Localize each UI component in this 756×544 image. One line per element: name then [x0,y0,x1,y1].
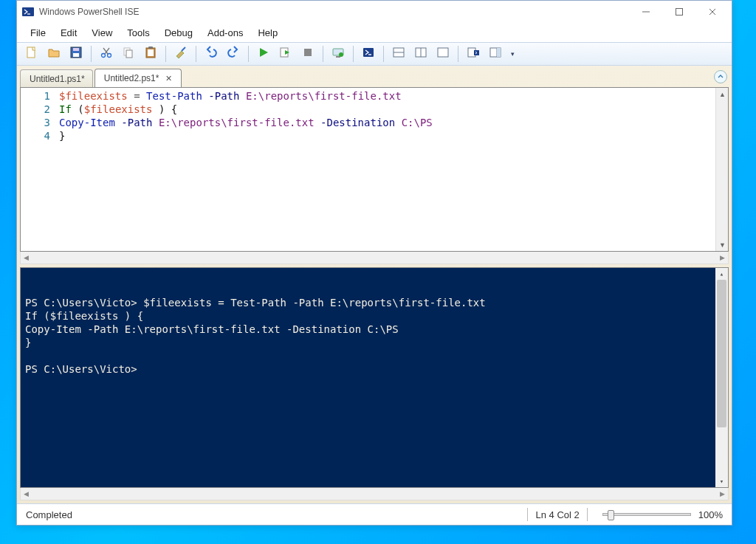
maximize-button[interactable] [662,1,695,22]
show-command-addon-icon [489,46,502,62]
editor-horizontal-scrollbar[interactable]: ◀ ▶ [20,252,729,264]
cursor-position: Ln 4 Col 2 [535,509,579,520]
svg-point-10 [102,54,106,58]
menu-edit[interactable]: Edit [53,26,84,40]
code-line[interactable]: } [59,129,715,142]
menu-help[interactable]: Help [250,26,285,40]
layout-2-button[interactable] [410,44,431,63]
run-icon [257,46,270,62]
console-horizontal-scrollbar[interactable]: ◀ ▶ [20,488,729,500]
copy-icon [122,46,135,62]
show-command-button[interactable] [463,44,484,63]
menu-debug[interactable]: Debug [157,26,200,40]
titlebar: Windows PowerShell ISE [17,1,732,23]
cut-icon [100,46,113,62]
code-line[interactable]: Copy-Item -Path E:\reports\first-file.tx… [59,116,715,129]
close-button[interactable] [695,1,729,22]
console-output[interactable]: PS C:\Users\Victo> $fileexists = Test-Pa… [25,296,724,376]
collapse-script-pane-button[interactable] [714,70,727,83]
open-file-button[interactable] [44,44,64,63]
toolbar: ▾ [17,42,732,66]
new-file-button[interactable] [21,44,42,63]
svg-rect-17 [148,49,154,56]
tab-0[interactable]: Untitled1.ps1* [20,69,93,87]
remote-button[interactable] [328,44,348,63]
line-number: 3 [21,116,50,129]
menu-add-ons[interactable]: Add-ons [200,26,250,40]
window-controls [629,1,729,22]
status-text: Completed [26,509,520,520]
editor-vertical-scrollbar[interactable]: ▲ ▼ [715,88,728,251]
line-number: 4 [21,129,50,142]
svg-rect-36 [497,48,501,57]
layout-1-icon [392,46,405,62]
console-vertical-scrollbar[interactable]: ▴ ▾ [715,268,728,487]
new-file-icon [25,46,38,62]
menu-view[interactable]: View [84,26,120,40]
menu-tools[interactable]: Tools [120,26,157,40]
stop-button[interactable] [298,44,318,63]
scroll-right-icon[interactable]: ▶ [720,254,725,261]
toolbar-overflow-button[interactable]: ▾ [507,44,518,63]
run-selection-icon [279,46,292,62]
scroll-right-icon[interactable]: ▶ [720,490,725,497]
save-file-button[interactable] [66,44,86,63]
undo-icon [205,46,218,62]
layout-3-icon [436,46,450,62]
svg-line-19 [182,47,185,51]
tab-1[interactable]: Untitled2.ps1*✕ [94,69,182,87]
code-line[interactable]: $fileexists = Test-Path -Path E:\reports… [59,89,715,103]
layout-3-button[interactable] [433,44,453,63]
zoom-thumb[interactable] [608,510,614,520]
scroll-left-icon[interactable]: ◀ [24,490,29,497]
code-line[interactable]: If ($fileexists ) { [59,103,715,116]
show-command-addon-button[interactable] [485,44,506,63]
tab-label: Untitled2.ps1* [104,73,159,83]
scroll-up-icon[interactable]: ▴ [715,268,728,280]
redo-button[interactable] [223,44,244,63]
svg-rect-15 [126,50,132,58]
tab-strip: Untitled1.ps1*Untitled2.ps1*✕ [20,69,729,87]
undo-button[interactable] [201,44,221,63]
line-number-gutter: 1234 [21,88,56,251]
zoom-slider[interactable] [602,513,691,516]
cut-button[interactable] [96,44,117,63]
powershell-icon [21,5,35,18]
clear-button[interactable] [171,44,191,63]
line-number: 2 [21,103,50,116]
statusbar: Completed Ln 4 Col 2 100% [17,503,732,525]
paste-icon [144,46,157,62]
layout-1-button[interactable] [388,44,409,63]
svg-rect-8 [73,53,79,57]
svg-point-24 [339,52,343,57]
svg-point-11 [108,54,111,58]
open-file-icon [47,46,61,62]
stop-icon [301,46,315,62]
paste-button[interactable] [140,44,161,63]
copy-button[interactable] [118,44,139,63]
scrollbar-thumb[interactable] [717,280,726,427]
run-button[interactable] [253,44,274,63]
scroll-up-icon[interactable]: ▲ [716,88,729,100]
script-editor[interactable]: 1234 $fileexists = Test-Path -Path E:\re… [20,87,729,252]
svg-rect-21 [304,49,312,56]
powershell-tab-button[interactable] [358,44,379,63]
minimize-button[interactable] [629,1,662,22]
menubar: FileEditViewToolsDebugAdd-onsHelp [17,23,732,42]
close-icon[interactable]: ✕ [163,73,173,83]
zoom-level: 100% [698,509,723,520]
svg-rect-3 [676,9,682,16]
code-area[interactable]: $fileexists = Test-Path -Path E:\reports… [56,88,715,251]
scroll-down-icon[interactable]: ▼ [716,238,729,251]
scroll-left-icon[interactable]: ◀ [24,254,29,261]
chevron-down-icon: ▾ [511,50,515,58]
layout-2-icon [414,46,427,62]
save-file-icon [69,46,83,62]
console-pane[interactable]: PS C:\Users\Victo> $fileexists = Test-Pa… [20,267,729,488]
window-title: Windows PowerShell ISE [39,7,629,17]
content-area: Untitled1.ps1*Untitled2.ps1*✕ 1234 $file… [17,66,732,503]
scroll-down-icon[interactable]: ▾ [715,475,728,487]
menu-file[interactable]: File [23,26,53,40]
tab-label: Untitled1.ps1* [30,74,85,84]
run-selection-button[interactable] [275,44,296,63]
